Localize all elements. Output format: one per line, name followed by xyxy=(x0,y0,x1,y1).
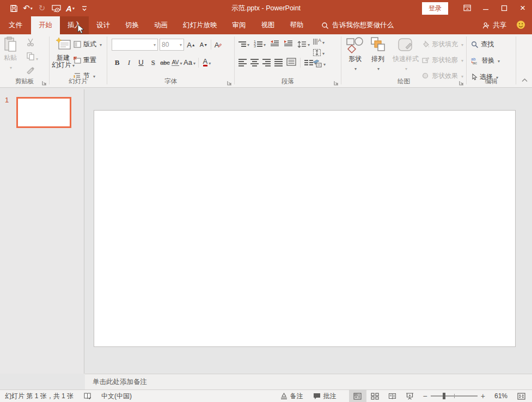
qat-letter-button[interactable]: A▾ xyxy=(64,2,76,15)
slide-sorter-view-button[interactable] xyxy=(366,390,384,402)
group-paragraph: 123 A 段落 xyxy=(235,34,341,87)
notes-toggle-button[interactable]: 备注 xyxy=(276,390,308,402)
spellcheck-button[interactable] xyxy=(78,390,96,402)
tab-transitions[interactable]: 切换 xyxy=(118,16,146,34)
minimize-button[interactable] xyxy=(476,0,495,16)
slide-canvas[interactable] xyxy=(94,110,516,347)
group-editing: 查找 abac 替换 选择 编辑 xyxy=(467,34,516,87)
shapes-label: 形状 xyxy=(348,56,362,63)
tell-me-search[interactable]: 告诉我你想要做什么 xyxy=(311,16,394,34)
paste-button: 粘贴 xyxy=(3,36,17,71)
increase-indent-button[interactable] xyxy=(284,40,293,48)
save-icon[interactable] xyxy=(8,2,20,15)
clipboard-dialog-launcher-icon[interactable] xyxy=(42,80,47,85)
font-color-button[interactable]: A xyxy=(201,57,212,68)
tab-review[interactable]: 审阅 xyxy=(225,16,254,34)
zoom-in-button[interactable]: + xyxy=(481,392,485,400)
zoom-slider-handle[interactable] xyxy=(443,393,445,399)
language-button[interactable]: 中文(中国) xyxy=(96,390,137,402)
align-text-button[interactable] xyxy=(313,48,326,57)
bold-button[interactable]: B xyxy=(112,57,123,68)
drawing-dialog-launcher-icon[interactable] xyxy=(459,80,464,85)
new-slide-button[interactable]: 新建 幻灯片 xyxy=(52,36,75,69)
ribbon-display-options-button[interactable] xyxy=(458,0,476,16)
find-button[interactable]: 查找 xyxy=(471,38,500,50)
smiley-feedback-button[interactable] xyxy=(516,20,525,31)
text-direction-caret-icon xyxy=(321,38,325,46)
fit-slide-to-window-button[interactable] xyxy=(512,390,532,402)
share-button[interactable]: 共享 xyxy=(482,21,506,30)
shapes-caret-icon xyxy=(353,64,357,72)
undo-button[interactable]: ↶▾ xyxy=(22,2,34,15)
tab-help[interactable]: 帮助 xyxy=(283,16,311,34)
find-label: 查找 xyxy=(481,40,494,49)
replace-button[interactable]: abac 替换 xyxy=(471,54,500,66)
title-bar: ↶▾ ↻ A▾ 示范.pptx - PowerPoint 登录 × xyxy=(0,0,532,16)
tab-animations[interactable]: 动画 xyxy=(146,16,175,34)
reading-view-button[interactable] xyxy=(384,390,401,402)
numbering-button[interactable]: 123 xyxy=(254,40,266,48)
group-clipboard: 粘贴 剪贴板 xyxy=(0,34,49,87)
tab-design[interactable]: 设计 xyxy=(89,16,118,34)
text-direction-button[interactable]: A xyxy=(313,38,326,46)
quick-styles-button: 快速样式 xyxy=(393,36,419,72)
ribbon-home: 粘贴 剪贴板 新建 幻灯片 版式 xyxy=(0,34,532,88)
zoom-slider[interactable] xyxy=(431,395,478,397)
tab-home[interactable]: 开始 xyxy=(31,16,60,34)
align-left-button[interactable] xyxy=(239,59,247,66)
tab-view[interactable]: 视图 xyxy=(254,16,283,34)
increase-font-size-button[interactable]: A▲ xyxy=(186,39,197,51)
tabrow-right: 共享 xyxy=(482,16,532,34)
paragraph-dialog-launcher-icon[interactable] xyxy=(334,80,339,85)
maximize-button[interactable] xyxy=(495,0,513,16)
zoom-controls: − + xyxy=(419,392,490,400)
collapse-ribbon-button[interactable] xyxy=(522,76,528,84)
character-spacing-button[interactable]: AV xyxy=(172,57,182,68)
italic-button[interactable]: I xyxy=(124,57,134,68)
shape-outline-caret-icon xyxy=(460,56,463,64)
tab-insert[interactable]: 插入 xyxy=(60,16,89,34)
change-case-button[interactable]: Aa xyxy=(184,57,195,68)
search-hint-text: 告诉我你想要做什么 xyxy=(333,21,394,30)
ribbon-tab-bar: 文件 开始 插入 设计 切换 动画 幻灯片放映 审阅 视图 帮助 告诉我你想要做… xyxy=(0,16,532,34)
clear-formatting-button[interactable]: A xyxy=(213,39,224,51)
tab-file[interactable]: 文件 xyxy=(0,16,31,34)
text-shadow-button[interactable]: S xyxy=(148,57,158,68)
comments-toggle-button[interactable]: 批注 xyxy=(308,390,341,402)
slide-thumbnail-1[interactable] xyxy=(16,97,71,128)
font-dialog-launcher-icon[interactable] xyxy=(227,80,233,85)
slideshow-view-button[interactable] xyxy=(401,390,419,402)
align-center-button[interactable] xyxy=(250,59,259,66)
start-slideshow-button[interactable] xyxy=(50,2,62,15)
shapes-button[interactable]: 形状 xyxy=(346,36,364,72)
strikethrough-button[interactable]: abc xyxy=(160,57,170,68)
zoom-percentage[interactable]: 61% xyxy=(490,390,512,402)
font-size-combobox[interactable]: 80▾ xyxy=(160,39,184,51)
convert-smartart-button[interactable] xyxy=(313,59,326,68)
undo-caret-icon: ▾ xyxy=(30,6,33,11)
customize-qat-button[interactable] xyxy=(78,2,90,15)
underline-button[interactable]: U xyxy=(136,57,146,68)
normal-view-button[interactable] xyxy=(349,390,366,402)
bullets-button[interactable] xyxy=(239,40,249,48)
decrease-indent-button[interactable] xyxy=(270,40,279,48)
arrange-caret-icon xyxy=(376,64,380,72)
layout-button[interactable]: 版式 xyxy=(74,38,102,50)
layout-caret-icon xyxy=(99,40,102,48)
share-person-icon xyxy=(482,22,490,29)
notes-pane[interactable]: 单击此处添加备注 xyxy=(85,374,532,389)
notes-placeholder: 单击此处添加备注 xyxy=(93,377,147,387)
tab-slideshow[interactable]: 幻灯片放映 xyxy=(175,16,225,34)
decrease-font-size-button[interactable]: A▼ xyxy=(198,39,209,51)
reset-button[interactable]: 重置 xyxy=(74,54,102,66)
align-right-button[interactable] xyxy=(262,59,271,66)
line-spacing-button[interactable] xyxy=(297,40,310,48)
arrange-button[interactable]: 排列 xyxy=(370,36,386,72)
justify-button[interactable] xyxy=(274,59,283,66)
zoom-out-button[interactable]: − xyxy=(423,392,427,400)
distribute-text-button[interactable] xyxy=(286,58,296,68)
paste-icon xyxy=(3,36,17,53)
sign-in-button[interactable]: 登录 xyxy=(422,2,448,15)
close-button[interactable]: × xyxy=(513,0,532,16)
font-name-combobox[interactable]: ▾ xyxy=(112,39,158,51)
